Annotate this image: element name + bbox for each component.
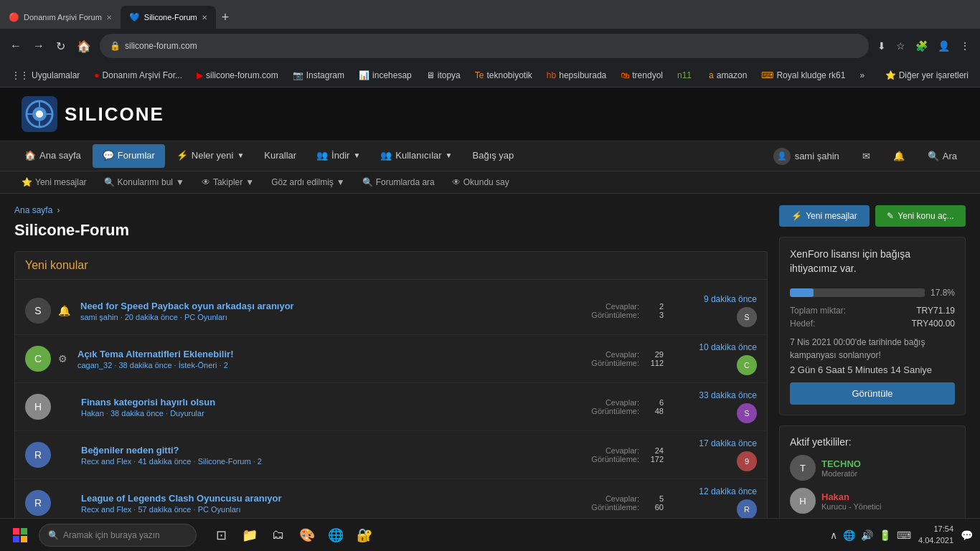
last-time-link-3[interactable]: 33 dakika önce	[671, 390, 757, 400]
address-bar[interactable]: 🔒 silicone-forum.com	[100, 34, 869, 58]
nav-item-neler-yeni[interactable]: ⚡ Neler yeni ▼	[166, 141, 254, 171]
taskbar-app-chrome[interactable]: 🌐	[323, 522, 349, 548]
mod-name-techno[interactable]: TECHNO	[821, 458, 861, 469]
last-time-link-2[interactable]: 10 dakika önce	[671, 342, 757, 352]
last-avatar-4: 9	[737, 451, 757, 471]
user-button[interactable]: 👤 sami şahin	[765, 142, 848, 171]
nav-item-forumlar[interactable]: 💬 Forumlar	[93, 144, 165, 168]
start-button[interactable]	[7, 522, 33, 548]
new-messages-button[interactable]: ⚡ Yeni mesajlar	[779, 205, 870, 227]
new-topic-button[interactable]: ✎ Yeni konu aç...	[875, 205, 966, 227]
taskbar-network-icon[interactable]: 🌐	[843, 529, 855, 541]
bookmark-other[interactable]: ⭐ Diğer yer işaretleri	[881, 69, 973, 82]
taskbar-volume-icon[interactable]: 🔊	[861, 529, 873, 541]
topic-title-3[interactable]: Finans kategorisi hayırlı olsun	[81, 397, 584, 408]
tab-favicon-2: 💙	[129, 12, 140, 22]
topic-category-3[interactable]: Duyurular	[170, 409, 204, 418]
bookmark-instagram[interactable]: 📷 Instagram	[288, 69, 349, 82]
bookmark-youtube[interactable]: ▶ silicone-forum.com	[192, 69, 283, 82]
sub-nav-yeni-mesajlar[interactable]: ⭐ Yeni mesajlar	[14, 171, 94, 193]
replies-label-4: Cevaplar:	[606, 446, 639, 455]
menu-icon[interactable]: ⋮	[957, 37, 973, 55]
countdown-text: 2 Gün 6 Saat 5 Minutes 14 Saniye	[790, 364, 955, 375]
topic-title-4[interactable]: Beğeniler neden gitti?	[81, 445, 584, 456]
taskbar-app-security[interactable]: 🔐	[352, 522, 377, 548]
home-button[interactable]: 🏠	[74, 37, 94, 56]
topic-category-1[interactable]: PC Oyunları	[184, 313, 227, 321]
topic-author-4[interactable]: Recx and Flex	[81, 457, 131, 466]
taskbar-app-explorer[interactable]: 📁	[237, 522, 263, 548]
nav-item-indir[interactable]: 👥 İndir ▼	[306, 141, 370, 171]
topic-author-1[interactable]: sami şahin	[80, 313, 118, 321]
tab-close-1[interactable]: ✕	[106, 14, 112, 22]
bookmark-more[interactable]: »	[855, 69, 869, 82]
bookmark-teknobiyotik[interactable]: Te teknobiyotik	[471, 69, 537, 82]
nav-item-kullanicilar[interactable]: 👥 Kullanıcılar ▼	[370, 141, 462, 171]
nav-item-bagis[interactable]: Bağış yap	[463, 141, 524, 171]
nav-label: İndir	[331, 150, 349, 161]
nav-label: Neler yeni	[192, 150, 234, 161]
topic-author-5[interactable]: Recx and Flex	[81, 505, 131, 514]
taskbar-notification-icon[interactable]: 💬	[961, 529, 973, 541]
view-button[interactable]: Görüntüle	[790, 382, 955, 405]
back-button[interactable]: ←	[7, 37, 24, 55]
download-icon[interactable]: ⬇	[875, 37, 889, 55]
dropdown-arrow-icon-2: ▼	[353, 151, 360, 159]
bookmark-hepsiburada[interactable]: hb hepsiburada	[542, 69, 611, 82]
extensions-icon[interactable]: 🧩	[913, 37, 930, 55]
taskbar-battery-icon[interactable]: 🔋	[879, 529, 891, 541]
topic-author-2[interactable]: cagan_32	[77, 361, 112, 369]
dropdown-arrow-icon: ▼	[237, 151, 244, 159]
gear-icon-2: ⚙	[58, 353, 67, 364]
mod-name-hakan[interactable]: Hakan	[821, 491, 882, 502]
search-button[interactable]: 🔍 Ara	[919, 145, 966, 167]
taskbar-app-files[interactable]: 🗂	[265, 522, 291, 548]
taskbar-keyboard-icon[interactable]: ⌨	[897, 529, 911, 541]
last-time-link-1[interactable]: 9 dakika önce	[671, 294, 757, 304]
topic-time-area-2: 10 dakika önce C	[671, 342, 757, 375]
notifications-button[interactable]: 🔔	[885, 145, 913, 167]
bookmark-trendyol[interactable]: 🛍 trendyol	[616, 69, 667, 82]
bookmark-star-icon[interactable]: ☆	[893, 37, 908, 55]
bookmark-itopya[interactable]: 🖥 itopya	[422, 69, 465, 82]
forward-button[interactable]: →	[30, 37, 47, 55]
taskbar-app-taskview[interactable]: ⊡	[208, 522, 234, 548]
bookmark-donanim[interactable]: ● Donanım Arşivi For...	[90, 69, 187, 82]
taskbar-app-paint[interactable]: 🎨	[294, 522, 320, 548]
tab-silicone[interactable]: 💙 Silicone-Forum ✕	[121, 6, 216, 29]
topic-title-1[interactable]: Need for Speed Payback oyun arkadaşı ara…	[80, 301, 584, 311]
refresh-button[interactable]: ↻	[53, 37, 68, 56]
replies-label-5: Cevaplar:	[606, 494, 639, 503]
topic-title-2[interactable]: Açık Tema Alternatifleri Eklenebilir!	[77, 349, 584, 359]
sub-nav-okundu-say[interactable]: 👁 Okundu say	[445, 171, 517, 193]
topic-title-5[interactable]: League of Legends Clash Oyuncusu aranıyo…	[81, 493, 584, 504]
tab-donanim[interactable]: 🔴 Donanım Arşivi Forum ✕	[0, 6, 121, 29]
nav-item-ana-sayfa[interactable]: 🏠 Ana sayfa	[14, 141, 91, 171]
amazon-icon: a	[709, 70, 714, 80]
topic-author-3[interactable]: Hakan	[81, 409, 104, 418]
bookmark-amazon[interactable]: a amazon	[705, 69, 751, 82]
topic-category-5[interactable]: PC Oyunları	[198, 505, 241, 514]
messages-button[interactable]: ✉	[854, 145, 879, 167]
tab-close-2[interactable]: ✕	[202, 14, 207, 22]
taskbar-up-arrow-icon[interactable]: ∧	[830, 529, 837, 541]
topic-category-2[interactable]: İstek-Öneri	[179, 361, 217, 369]
sub-nav-forumlarda-ara[interactable]: 🔍 Forumlarda ara	[355, 171, 442, 193]
sub-nav-goz-ardi[interactable]: Göz ardı edilmiş ▼	[264, 171, 352, 193]
sub-nav-konularimi-bul[interactable]: 🔍 Konularımı bul ▼	[97, 171, 192, 193]
add-tab-button[interactable]: +	[216, 10, 235, 25]
last-time-link-4[interactable]: 17 dakika önce	[671, 438, 757, 448]
taskbar-clock[interactable]: 17:54 4.04.2021	[918, 524, 953, 546]
topic-category-4[interactable]: Silicone-Forum	[198, 457, 251, 466]
breadcrumb-home-link[interactable]: Ana sayfa	[14, 205, 52, 215]
bookmark-uygulamalar[interactable]: ⋮⋮ Uygulamalar	[7, 69, 84, 82]
nav-item-kurallar[interactable]: Kurallar	[254, 141, 306, 171]
account-icon[interactable]: 👤	[935, 37, 953, 55]
bookmark-royal-kludge[interactable]: ⌨ Royal kludge rk61	[757, 69, 849, 82]
bookmark-n11[interactable]: n11	[673, 69, 699, 82]
bookmark-label: Instagram	[306, 70, 344, 80]
bookmark-incehesap[interactable]: 📊 incehesap	[354, 69, 416, 82]
last-time-link-5[interactable]: 12 dakika önce	[671, 486, 757, 496]
taskbar-search-box[interactable]: 🔍 Aramak için buraya yazın	[39, 524, 197, 547]
sub-nav-takipler[interactable]: 👁 Takipler ▼	[194, 171, 261, 193]
